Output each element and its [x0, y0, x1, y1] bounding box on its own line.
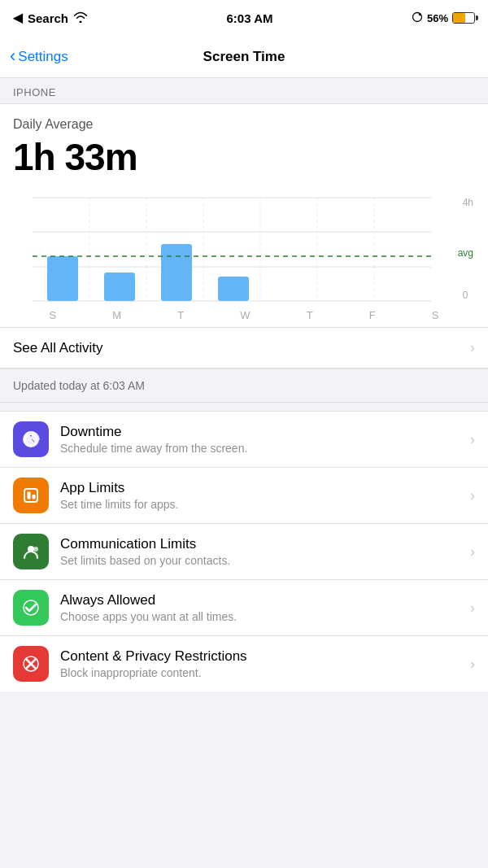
downtime-row[interactable]: Downtime Schedule time away from the scr… — [0, 412, 488, 468]
svg-point-18 — [33, 547, 38, 552]
x-label-t1: T — [177, 309, 184, 321]
x-label-w: W — [240, 309, 250, 321]
daily-average-card: Daily Average 1h 33m — [0, 103, 488, 327]
x-label-f: F — [369, 309, 376, 321]
status-carrier: ◀ Search — [13, 11, 88, 25]
app-limits-title: App Limits — [60, 480, 470, 496]
y-label-0: 0 — [463, 290, 473, 301]
content-privacy-icon — [13, 646, 49, 682]
always-allowed-title: Always Allowed — [60, 592, 470, 608]
see-all-chevron-icon: › — [470, 339, 475, 356]
rotation-lock-icon — [412, 11, 423, 25]
see-all-activity-section: See All Activity › — [0, 327, 488, 369]
y-label-4h: 4h — [463, 197, 473, 208]
app-limits-subtitle: Set time limits for apps. — [60, 498, 470, 511]
content-privacy-row[interactable]: Content & Privacy Restrictions Block ina… — [0, 636, 488, 691]
content-privacy-subtitle: Block inappropriate content. — [60, 666, 470, 679]
battery-percent: 56% — [427, 12, 448, 24]
communication-limits-text: Communication Limits Set limits based on… — [60, 536, 470, 567]
communication-limits-title: Communication Limits — [60, 536, 470, 552]
x-label-s2: S — [432, 309, 439, 321]
communication-limits-icon — [13, 534, 49, 569]
x-label-s1: S — [50, 309, 57, 321]
always-allowed-text: Always Allowed Choose apps you want at a… — [60, 592, 470, 623]
app-limits-row[interactable]: App Limits Set time limits for apps. › — [0, 468, 488, 524]
app-limits-chevron-icon: › — [470, 487, 475, 504]
communication-limits-chevron-icon: › — [470, 543, 475, 560]
chart-x-labels: S M T W T F S — [21, 309, 467, 321]
updated-banner: Updated today at 6:03 AM — [0, 369, 488, 403]
bar-chart-svg — [21, 197, 442, 303]
downtime-text: Downtime Schedule time away from the scr… — [60, 424, 470, 455]
always-allowed-subtitle: Choose apps you want at all times. — [60, 610, 470, 623]
svg-rect-14 — [24, 489, 37, 502]
content-privacy-text: Content & Privacy Restrictions Block ina… — [60, 648, 470, 679]
downtime-subtitle: Schedule time away from the screen. — [60, 442, 470, 455]
nav-bar: ‹ Settings Screen Time — [0, 36, 488, 78]
communication-limits-row[interactable]: Communication Limits Set limits based on… — [0, 524, 488, 580]
downtime-title: Downtime — [60, 424, 470, 440]
see-all-activity-label: See All Activity — [13, 340, 103, 356]
see-all-activity-row[interactable]: See All Activity › — [0, 328, 488, 368]
back-chevron-icon: ‹ — [10, 47, 15, 65]
bar-s1 — [47, 256, 78, 301]
svg-rect-16 — [33, 495, 36, 499]
app-limits-text: App Limits Set time limits for apps. — [60, 480, 470, 511]
always-allowed-icon — [13, 590, 49, 626]
bar-t1 — [161, 244, 192, 301]
bar-w — [218, 277, 249, 301]
status-bar: ◀ Search 6:03 AM 56% — [0, 0, 488, 36]
x-label-m: M — [112, 309, 121, 321]
bar-m — [104, 273, 135, 301]
settings-list: Downtime Schedule time away from the scr… — [0, 411, 488, 691]
downtime-icon — [13, 421, 49, 457]
back-label: Settings — [18, 49, 68, 65]
back-arrow-icon: ◀ — [13, 11, 23, 25]
back-button[interactable]: ‹ Settings — [10, 48, 68, 65]
x-label-t2: T — [307, 309, 313, 321]
wifi-icon — [73, 11, 88, 25]
updated-text: Updated today at 6:03 AM — [13, 379, 145, 392]
svg-rect-15 — [28, 492, 31, 499]
avg-label: avg — [458, 247, 473, 259]
always-allowed-chevron-icon: › — [470, 600, 475, 617]
iphone-section-header: IPHONE — [0, 78, 488, 103]
app-limits-icon — [13, 478, 49, 513]
status-time: 6:03 AM — [227, 11, 273, 25]
daily-average-time: 1h 33m — [13, 135, 475, 179]
daily-average-label: Daily Average — [13, 117, 475, 132]
status-right: 56% — [412, 11, 475, 25]
battery-icon — [452, 12, 475, 24]
communication-limits-subtitle: Set limits based on your contacts. — [60, 554, 470, 567]
battery-fill — [453, 13, 465, 23]
downtime-chevron-icon: › — [470, 431, 475, 448]
page-title: Screen Time — [203, 49, 285, 65]
always-allowed-row[interactable]: Always Allowed Choose apps you want at a… — [0, 580, 488, 636]
content-privacy-chevron-icon: › — [470, 656, 475, 673]
content-privacy-title: Content & Privacy Restrictions — [60, 648, 470, 665]
usage-chart: 4h 0 avg S M T W T F S — [13, 189, 475, 327]
